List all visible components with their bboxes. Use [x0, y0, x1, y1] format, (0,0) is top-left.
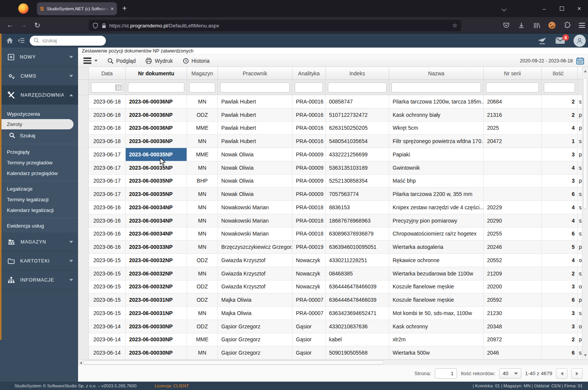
- cell-unit[interactable]: szt: [578, 95, 582, 108]
- row-indicator[interactable]: [78, 333, 89, 347]
- next-page-button[interactable]: [571, 368, 583, 379]
- cell-unit[interactable]: szt: [578, 307, 582, 320]
- cell-date[interactable]: 2023-06-18: [89, 95, 126, 108]
- row-indicator[interactable]: [78, 95, 89, 108]
- cell-doc[interactable]: 2023-06-00033NP: [126, 240, 187, 254]
- cell-ana[interactable]: Gąsior: [292, 346, 326, 360]
- cell-mag[interactable]: ODZ: [187, 108, 218, 122]
- cell-date[interactable]: 2023-06-15: [89, 280, 126, 294]
- cell-mag[interactable]: MN: [187, 161, 218, 175]
- app-search[interactable]: [30, 36, 106, 46]
- row-indicator[interactable]: [78, 148, 89, 161]
- chevron-down-icon[interactable]: [64, 67, 78, 85]
- mail-button[interactable]: 8: [555, 37, 565, 44]
- table-row[interactable]: 2023-06-152023-06-00032NPODZGwiazda Krzy…: [78, 280, 588, 294]
- table-row[interactable]: 2023-06-172023-06-00035NPBHPNowak Oliwia…: [78, 175, 588, 188]
- page-size-select[interactable]: 40: [499, 368, 521, 379]
- cell-unit[interactable]: opak: [578, 280, 582, 294]
- filter-indeks-input[interactable]: [328, 83, 387, 92]
- cell-mag[interactable]: MME: [187, 148, 218, 161]
- filter-ilosc-input[interactable]: [544, 83, 575, 92]
- cell-mag[interactable]: ODZ: [187, 254, 218, 267]
- cell-ana[interactable]: PRA-00019: [292, 240, 326, 254]
- page-number-input[interactable]: [435, 368, 457, 379]
- cell-mag[interactable]: MN: [187, 214, 218, 228]
- table-row[interactable]: 2023-06-162023-06-00033NPMNBrzęczyszczyk…: [78, 240, 588, 254]
- cell-unit[interactable]: szt: [578, 214, 582, 228]
- cell-date[interactable]: 2023-06-18: [89, 108, 126, 122]
- cell-date[interactable]: 2023-06-15: [89, 307, 126, 320]
- cell-name[interactable]: Kask ochronny biały: [389, 108, 484, 122]
- cell-idx[interactable]: 00858747: [326, 95, 389, 108]
- cell-name[interactable]: Knipex zestaw narzędzi vde 4 części...: [389, 201, 484, 214]
- cell-ana[interactable]: PRA-00009: [292, 161, 326, 175]
- calendar-grid-icon[interactable]: [115, 84, 122, 91]
- cell-emp[interactable]: Pawlak Hubert: [218, 135, 292, 148]
- cell-doc[interactable]: 2023-06-00036NP: [126, 108, 187, 122]
- cell-doc[interactable]: 2023-06-00035NP: [126, 175, 187, 188]
- cell-mag[interactable]: MME: [187, 333, 218, 347]
- cell-date[interactable]: 2023-06-18: [89, 135, 126, 148]
- cell-date[interactable]: 2023-06-18: [89, 122, 126, 135]
- cell-ana[interactable]: Gąsior: [292, 333, 326, 347]
- cell-ser[interactable]: 20229: [484, 201, 542, 214]
- cell-mag[interactable]: MN: [187, 346, 218, 360]
- cell-doc[interactable]: 2023-06-00030NP: [126, 346, 187, 360]
- table-row[interactable]: 2023-06-182023-06-00036NPMNPawlak Hubert…: [78, 95, 588, 108]
- account-avatar-icon[interactable]: [548, 22, 556, 29]
- cell-unit[interactable]: szt: [578, 188, 582, 201]
- cell-unit[interactable]: szt: [578, 228, 582, 241]
- cell-emp[interactable]: Gąsior Grzegorz: [218, 320, 292, 333]
- cell-unit[interactable]: opak: [578, 320, 582, 333]
- cell-ser[interactable]: 21316: [484, 108, 542, 122]
- cell-qty[interactable]: 6: [542, 228, 578, 241]
- cell-mag[interactable]: ODZ: [187, 293, 218, 307]
- cell-doc[interactable]: 2023-06-00036NP: [126, 135, 187, 148]
- cell-unit[interactable]: para: [578, 108, 582, 122]
- cell-ser[interactable]: 21230: [484, 307, 542, 320]
- cell-ser[interactable]: [484, 148, 542, 161]
- row-indicator[interactable]: [78, 240, 89, 254]
- column-header-magazyn[interactable]: Magazyn: [187, 67, 218, 80]
- puzzle-icon[interactable]: [564, 22, 571, 29]
- cell-doc[interactable]: 2023-06-00031NP: [126, 307, 187, 320]
- cell-date[interactable]: 2023-06-15: [89, 293, 126, 307]
- sidebar-item-narzedziownia[interactable]: NARZĘDZIOWNIA: [2, 86, 78, 105]
- cell-emp[interactable]: Pawlak Hubert: [218, 108, 292, 122]
- cell-name[interactable]: Wiertarka bezudarowa bde 1100w: [389, 267, 484, 280]
- cell-qty[interactable]: 6: [542, 346, 578, 360]
- cell-name[interactable]: Wiertarka 500w: [389, 346, 484, 360]
- cell-emp[interactable]: Majka Oliwia: [218, 293, 292, 307]
- horizontal-scrollbar[interactable]: [78, 360, 588, 365]
- cell-date[interactable]: 2023-06-14: [89, 333, 126, 347]
- pocket-icon[interactable]: [503, 22, 510, 29]
- table-row[interactable]: 2023-06-152023-06-00032NPODZGwiazda Krzy…: [78, 254, 588, 267]
- cell-ana[interactable]: PRA-00009: [292, 175, 326, 188]
- cell-ser[interactable]: 2046: [484, 346, 542, 360]
- firefox-icon[interactable]: [18, 3, 29, 14]
- row-indicator[interactable]: [78, 201, 89, 214]
- cell-name[interactable]: Chropowatościomierz ra/rz hogetex: [389, 228, 484, 241]
- cell-emp[interactable]: Gwiazda Krzysztof: [218, 280, 292, 294]
- table-row[interactable]: 2023-06-162023-06-00034NPMNNowakowski Ma…: [78, 201, 588, 214]
- cell-idx[interactable]: 5090190505568: [326, 346, 389, 360]
- scroll-left-icon[interactable]: [80, 361, 82, 365]
- cell-date[interactable]: 2023-06-16: [89, 240, 126, 254]
- sidebar-subitem-szukaj[interactable]: Szukaj: [2, 129, 78, 142]
- cell-emp[interactable]: Gąsior Grzegorz: [218, 333, 292, 347]
- cell-emp[interactable]: Nowakowski Marian: [218, 228, 292, 241]
- cell-emp[interactable]: Gwiazda Krzysztof: [218, 254, 292, 267]
- scroll-up-icon[interactable]: [584, 70, 587, 72]
- table-row[interactable]: 2023-06-172023-06-00035NPMMENowak Oliwia…: [78, 148, 588, 161]
- cell-mag[interactable]: MN: [187, 267, 218, 280]
- cell-unit[interactable]: para: [578, 240, 582, 254]
- cell-doc[interactable]: 2023-06-00035NP: [126, 148, 187, 161]
- cell-idx[interactable]: 6364446478466039: [326, 293, 389, 307]
- cell-emp[interactable]: Brzęczyszczykiewicz Grzegorz: [218, 240, 292, 254]
- cell-name[interactable]: Pilarka tarczowa 1200w, tarcza 185m...: [389, 95, 484, 108]
- cell-unit[interactable]: opak: [578, 254, 582, 267]
- column-header-ilosc[interactable]: Ilość: [542, 67, 578, 80]
- cell-idx[interactable]: 6363946010095051: [326, 240, 389, 254]
- new-tab-button[interactable]: +: [122, 4, 127, 13]
- print-button[interactable]: Wydruk: [145, 58, 173, 64]
